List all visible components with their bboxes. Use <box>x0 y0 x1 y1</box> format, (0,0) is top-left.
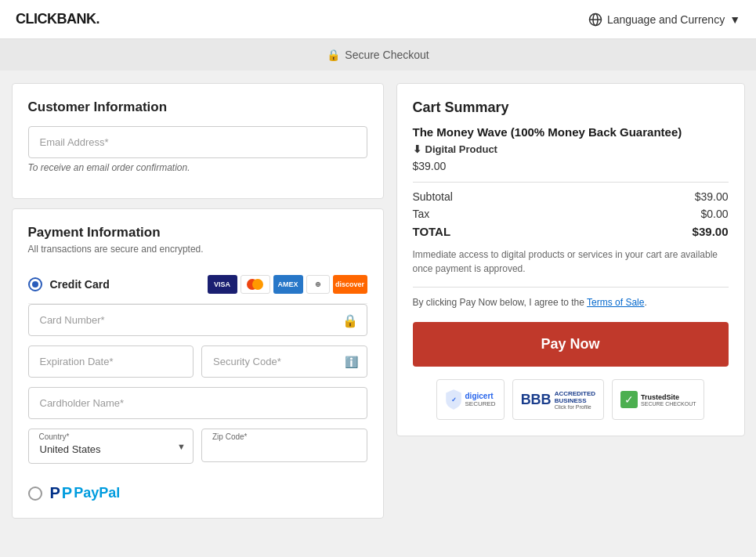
tax-label: Tax <box>413 208 430 220</box>
digicert-name: digicert <box>465 392 496 400</box>
country-zip-row: Country* United States Canada United Kin… <box>28 429 367 464</box>
credit-card-option[interactable]: Credit Card VISA AMEX ⊕ discover <box>28 266 367 304</box>
email-hint: To receive an email order confirmation. <box>28 162 367 173</box>
exp-security-row: ℹ️ <box>28 345 367 378</box>
terms-of-sale-link[interactable]: Terms of Sale <box>587 297 644 308</box>
security-group: ℹ️ <box>201 345 367 378</box>
paypal-logo: PP PayPal <box>50 484 121 502</box>
right-panel: Cart Summary The Money Wave (100% Money … <box>396 83 745 519</box>
divider-2 <box>413 287 729 288</box>
clickbank-logo: CLICKBANK. <box>16 11 99 27</box>
visa-icon: VISA <box>208 275 237 294</box>
paypal-option[interactable]: PP PayPal <box>28 473 367 502</box>
paypal-radio[interactable] <box>28 486 42 501</box>
cardholder-group <box>28 387 367 419</box>
left-panel: Customer Information To receive an email… <box>12 83 384 519</box>
credit-card-left: Credit Card <box>28 277 110 291</box>
bbb-business: BUSINESS <box>555 397 595 404</box>
download-icon: ⬇ <box>413 143 421 155</box>
trusted-checkout: SECURE CHECKOUT <box>641 401 696 407</box>
lang-currency-label: Language and Currency <box>607 13 725 26</box>
security-code-input[interactable] <box>201 345 367 378</box>
globe-icon <box>588 13 602 27</box>
zip-label: Zip Code* <box>212 432 247 441</box>
payment-info-card: Payment Information All transactions are… <box>12 208 384 519</box>
divider-1 <box>413 182 729 183</box>
bbb-click: Click for Profile <box>555 404 595 410</box>
total-label: TOTAL <box>413 225 451 238</box>
card-icons: VISA AMEX ⊕ discover <box>208 275 367 294</box>
zip-group: Zip Code* <box>201 429 367 464</box>
digicert-badge: ✓ digicert SECURED <box>436 379 505 420</box>
main-content: Customer Information To receive an email… <box>2 71 754 531</box>
email-input[interactable] <box>28 126 367 158</box>
pay-now-button[interactable]: Pay Now <box>413 322 729 367</box>
lock-icon: 🔒 <box>327 49 340 61</box>
digital-label: Digital Product <box>425 143 497 155</box>
credit-card-label: Credit Card <box>50 278 110 291</box>
digicert-secured: SECURED <box>465 400 496 407</box>
payment-info-title: Payment Information <box>28 225 367 241</box>
amex-icon: AMEX <box>273 275 303 294</box>
product-price: $39.00 <box>413 160 729 172</box>
trusted-name: TrustedSite <box>641 393 696 401</box>
trusted-site-badge: ✓ TrustedSite SECURE CHECKOUT <box>612 379 704 420</box>
terms-line: By clicking Pay Now below, I agree to th… <box>413 295 729 309</box>
svg-text:✓: ✓ <box>450 396 456 403</box>
card-lock-icon: 🔒 <box>342 313 358 327</box>
card-number-input[interactable] <box>28 304 367 336</box>
bbb-badge: BBB ACCREDITED BUSINESS Click for Profil… <box>512 379 604 420</box>
bbb-accredited: ACCREDITED <box>555 390 595 397</box>
card-number-group: 🔒 <box>28 304 367 336</box>
total-row: TOTAL $39.00 <box>413 225 729 238</box>
product-name: The Money Wave (100% Money Back Guarante… <box>413 125 729 139</box>
tax-row: Tax $0.00 <box>413 208 729 220</box>
digicert-icon: ✓ <box>445 389 462 411</box>
expiration-input[interactable] <box>28 345 194 378</box>
cart-summary-title: Cart Summary <box>413 99 729 116</box>
access-notice: Immediate access to digital products or … <box>413 248 729 276</box>
diners-icon: ⊕ <box>306 275 330 294</box>
subtotal-value: $39.00 <box>695 190 729 203</box>
trust-badges: ✓ digicert SECURED BBB ACCREDITED BUSIN <box>413 379 729 420</box>
mastercard-icon <box>241 275 270 294</box>
trusted-check-icon: ✓ <box>620 391 638 408</box>
total-value: $39.00 <box>693 225 729 238</box>
subtotal-label: Subtotal <box>413 190 453 203</box>
cart-summary-card: Cart Summary The Money Wave (100% Money … <box>396 83 745 436</box>
discover-icon: discover <box>333 275 367 294</box>
credit-card-radio[interactable] <box>28 277 42 291</box>
subtotal-row: Subtotal $39.00 <box>413 190 729 203</box>
language-currency-button[interactable]: Language and Currency ▼ <box>588 13 740 27</box>
payment-info-subtitle: All transactions are secure and encrypte… <box>28 244 367 255</box>
email-form-group: To receive an email order confirmation. <box>28 126 367 173</box>
country-group: Country* United States Canada United Kin… <box>28 429 194 464</box>
digital-product-badge: ⬇ Digital Product <box>413 143 729 155</box>
customer-info-title: Customer Information <box>28 99 367 115</box>
info-icon: ℹ️ <box>345 356 358 368</box>
chevron-down-icon: ▼ <box>729 13 740 26</box>
cardholder-name-input[interactable] <box>28 387 367 419</box>
customer-info-card: Customer Information To receive an email… <box>12 83 384 199</box>
tax-value: $0.00 <box>700 208 728 220</box>
header: CLICKBANK. Language and Currency ▼ <box>0 0 756 39</box>
terms-prefix: By clicking Pay Now below, I agree to th… <box>413 297 588 308</box>
secure-checkout-label: Secure Checkout <box>345 49 429 61</box>
secure-checkout-banner: 🔒 Secure Checkout <box>0 39 756 71</box>
country-label: Country* <box>39 432 70 441</box>
terms-suffix: . <box>644 297 646 308</box>
